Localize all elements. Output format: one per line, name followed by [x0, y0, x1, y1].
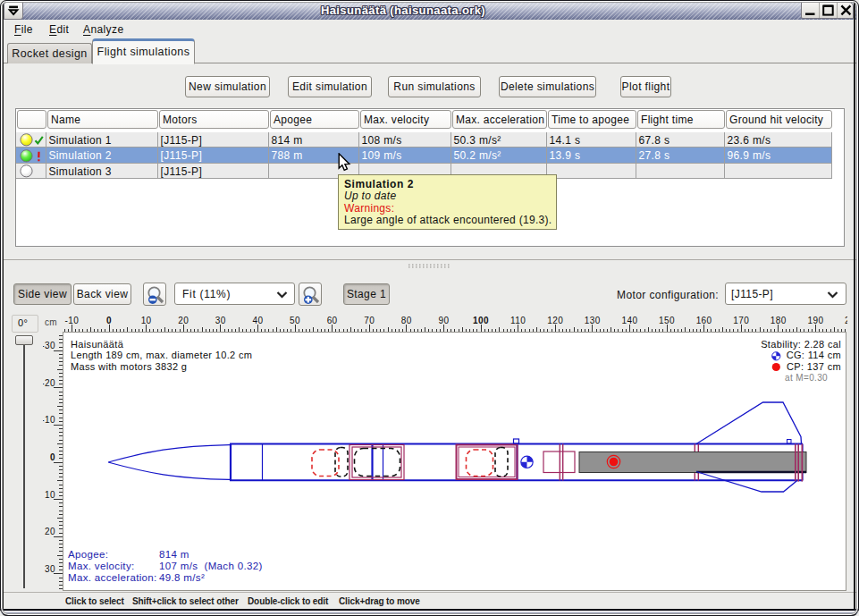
svg-text:-10: -10	[43, 415, 55, 425]
svg-text:0: 0	[106, 316, 112, 325]
svg-text:10: 10	[141, 316, 152, 325]
svg-text:60: 60	[327, 316, 338, 325]
svg-text:-30: -30	[43, 341, 55, 350]
svg-text:180: 180	[771, 316, 787, 325]
svg-text:30: 30	[215, 316, 226, 325]
svg-text:150: 150	[659, 316, 675, 325]
svg-text:140: 140	[621, 316, 637, 325]
svg-text:170: 170	[733, 316, 749, 325]
svg-text:-20: -20	[43, 378, 55, 388]
svg-text:200: 200	[845, 316, 847, 325]
svg-text:50: 50	[290, 316, 300, 325]
svg-text:40: 40	[252, 316, 263, 325]
svg-text:70: 70	[364, 316, 375, 325]
svg-text:-10: -10	[65, 316, 80, 325]
svg-text:120: 120	[547, 316, 563, 325]
svg-text:20: 20	[45, 527, 55, 536]
svg-text:80: 80	[401, 316, 412, 325]
svg-text:130: 130	[585, 316, 601, 325]
svg-text:110: 110	[510, 316, 526, 325]
svg-text:20: 20	[178, 316, 189, 325]
svg-text:10: 10	[45, 490, 55, 500]
svg-text:90: 90	[438, 316, 449, 325]
svg-text:160: 160	[696, 316, 712, 325]
svg-text:190: 190	[807, 316, 823, 325]
svg-text:100: 100	[473, 316, 489, 325]
svg-text:0: 0	[50, 452, 55, 462]
svg-text:30: 30	[45, 564, 55, 574]
